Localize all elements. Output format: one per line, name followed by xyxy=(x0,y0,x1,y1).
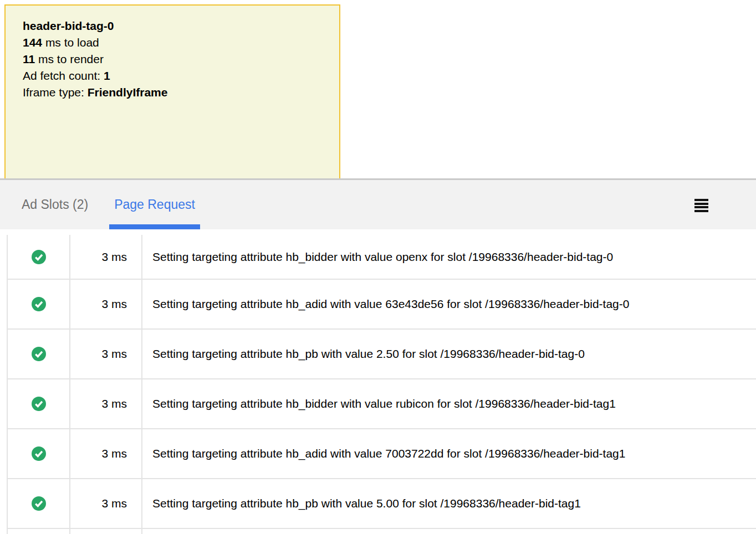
fetch-count-value: 1 xyxy=(104,69,110,82)
log-status-cell xyxy=(8,280,70,328)
log-status-cell xyxy=(8,429,70,478)
log-message: Setting targeting attribute hb_adid with… xyxy=(142,429,756,478)
log-time: 3 ms xyxy=(70,429,142,478)
load-time-label: ms to load xyxy=(42,36,99,49)
check-circle-icon xyxy=(32,397,46,411)
log-message: Setting targeting attribute hb_bidder wi… xyxy=(142,235,756,279)
load-time-value: 144 xyxy=(23,36,42,49)
check-circle-icon xyxy=(32,297,46,311)
log-time: 3 ms xyxy=(70,235,142,279)
log-time: 3 ms xyxy=(70,379,142,428)
log-time-cell xyxy=(70,529,142,534)
log-message: Setting targeting attribute hb_pb with v… xyxy=(142,330,756,378)
log-message: Setting targeting attribute hb_bidder wi… xyxy=(142,379,756,428)
check-circle-icon xyxy=(32,446,46,461)
log-time: 3 ms xyxy=(70,479,142,528)
check-circle-icon xyxy=(32,347,46,361)
log-status-cell xyxy=(8,479,70,528)
slot-title: header-bid-tag-0 xyxy=(23,18,322,34)
log-time: 3 ms xyxy=(70,280,142,328)
log-row: 3 ms Setting targeting attribute hb_pb w… xyxy=(8,479,756,529)
render-time-label: ms to render xyxy=(35,53,104,65)
log-row: 3 ms Setting targeting attribute hb_pb w… xyxy=(8,330,756,379)
list-icon-bar xyxy=(694,210,708,212)
log-row: 3 ms Setting targeting attribute hb_bidd… xyxy=(8,235,756,280)
slot-render-time: 11 ms to render xyxy=(23,51,322,68)
check-circle-icon xyxy=(32,250,46,264)
check-circle-icon xyxy=(32,496,46,511)
list-icon-bar xyxy=(694,206,708,208)
log-row-partial xyxy=(8,529,756,534)
tab-page-request[interactable]: Page Request xyxy=(109,180,200,229)
slot-iframe-type: Iframe type: FriendlyIframe xyxy=(23,84,322,101)
log-row: 3 ms Setting targeting attribute hb_bidd… xyxy=(8,379,756,429)
log-status-cell xyxy=(8,330,70,378)
log-message-cell xyxy=(142,529,756,534)
log-status-cell xyxy=(8,379,70,428)
iframe-type-value: FriendlyIframe xyxy=(88,86,168,99)
log-message: Setting targeting attribute hb_pb with v… xyxy=(142,479,756,528)
iframe-type-label: Iframe type: xyxy=(23,86,88,99)
log-row: 3 ms Setting targeting attribute hb_adid… xyxy=(8,280,756,330)
render-time-value: 11 xyxy=(23,53,35,65)
tab-ad-slots[interactable]: Ad Slots (2) xyxy=(17,180,93,229)
list-icon[interactable] xyxy=(694,199,708,212)
slot-info-overlay: header-bid-tag-0 144 ms to load 11 ms to… xyxy=(4,4,340,178)
log-row: 3 ms Setting targeting attribute hb_adid… xyxy=(8,429,756,479)
log-message: Setting targeting attribute hb_adid with… xyxy=(142,280,756,328)
log-time: 3 ms xyxy=(70,330,142,378)
log-table: 3 ms Setting targeting attribute hb_bidd… xyxy=(7,235,756,534)
fetch-count-label: Ad fetch count: xyxy=(23,69,104,82)
slot-fetch-count: Ad fetch count: 1 xyxy=(23,68,322,84)
list-icon-bar xyxy=(694,203,708,205)
log-status-cell xyxy=(8,529,70,534)
tab-bar: Ad Slots (2) Page Request xyxy=(0,178,756,229)
list-icon-bar xyxy=(694,199,708,201)
log-status-cell xyxy=(8,235,70,279)
slot-load-time: 144 ms to load xyxy=(23,34,322,51)
